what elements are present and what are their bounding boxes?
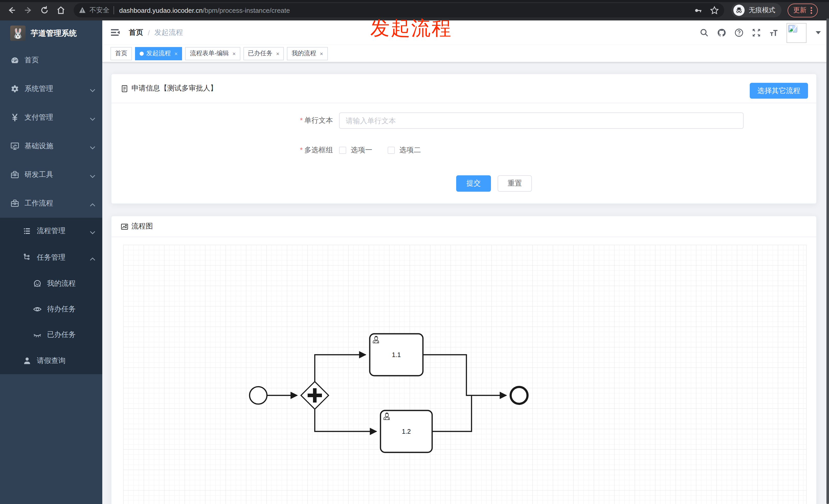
checkbox-option-1[interactable]: 选项二 — [388, 146, 421, 155]
task-label: 1.1 — [392, 351, 401, 358]
sidebar-item-label: 首页 — [25, 56, 39, 65]
chevron-down-icon — [88, 86, 94, 92]
sidebar-item-11[interactable]: 请假查询 — [0, 348, 102, 374]
sidebar-item-5[interactable]: 工作流程 — [0, 189, 102, 218]
browser-menu-icon[interactable] — [810, 7, 812, 13]
checkbox-label: 选项二 — [399, 146, 421, 155]
help-icon[interactable] — [734, 28, 744, 37]
reset-button[interactable]: 重置 — [498, 175, 532, 192]
person-icon — [23, 356, 32, 365]
search-icon[interactable] — [699, 28, 709, 37]
update-label: 更新 — [793, 6, 806, 15]
process-diagram-card: 流程图 1.1 1. — [111, 216, 817, 504]
bookmark-star-icon[interactable] — [710, 6, 719, 15]
home-icon[interactable] — [56, 6, 66, 15]
avatar-caret-icon[interactable] — [816, 31, 821, 34]
apply-info-card: 申请信息【测试多审批人】 选择其它流程 *单行文本 *多选框组 选项一选项二 — [111, 74, 817, 204]
tab-label: 已办任务 — [248, 49, 273, 58]
checkbox[interactable] — [388, 147, 395, 154]
tab-label: 流程表单-编辑 — [190, 49, 229, 58]
user-task[interactable]: 1.2 — [381, 411, 432, 452]
end-event[interactable] — [511, 387, 528, 404]
face-icon — [33, 279, 42, 288]
sidebar-item-label: 已办任务 — [47, 330, 76, 339]
apply-info-card-header: 申请信息【测试多审批人】 选择其它流程 — [111, 74, 816, 103]
sidebar-item-9[interactable]: 待办任务 — [0, 297, 102, 322]
breadcrumb-home[interactable]: 首页 — [129, 28, 143, 37]
sidebar-item-4[interactable]: 研发工具 — [0, 160, 102, 189]
sidebar-item-8[interactable]: 我的流程 — [0, 271, 102, 297]
user-task[interactable]: 1.1 — [370, 334, 423, 376]
checkbox[interactable] — [339, 147, 346, 154]
sidebar-item-label: 待办任务 — [47, 305, 76, 314]
reload-icon[interactable] — [40, 6, 49, 15]
process-diagram-title: 流程图 — [132, 222, 153, 231]
fullscreen-icon[interactable] — [752, 28, 761, 37]
url-host: dashboard.yudao.iocoder.cn — [119, 6, 203, 14]
tab-3[interactable]: 已办任务× — [244, 47, 284, 60]
sidebar-item-7[interactable]: 任务管理 — [0, 244, 102, 271]
bpmn-canvas-wrap: 1.1 1.2 — [111, 237, 816, 504]
avatar[interactable] — [787, 23, 806, 43]
text-field-input[interactable] — [339, 112, 744, 129]
sidebar-item-label: 工作流程 — [25, 199, 53, 208]
divider — [113, 6, 114, 14]
text-field-row: *单行文本 — [111, 112, 816, 129]
start-event[interactable] — [250, 387, 267, 404]
checkbox-label: 选项一 — [351, 146, 372, 155]
page-scrollbar[interactable] — [826, 18, 829, 504]
key-icon[interactable] — [694, 6, 703, 14]
yen-icon — [10, 113, 20, 122]
close-icon[interactable]: × — [276, 50, 280, 56]
sidebar-item-0[interactable]: 首页 — [0, 46, 102, 75]
sidebar-item-1[interactable]: 系统管理 — [0, 75, 102, 103]
sidebar-item-label: 基础设施 — [25, 142, 53, 151]
tab-label: 首页 — [115, 49, 127, 58]
forward-icon[interactable] — [24, 6, 33, 15]
back-icon[interactable] — [7, 6, 16, 15]
toolbox-icon — [10, 170, 20, 180]
checkbox-option-0[interactable]: 选项一 — [339, 146, 372, 155]
close-icon[interactable]: × — [232, 50, 236, 56]
tab-4[interactable]: 我的流程× — [287, 47, 328, 60]
select-other-process-button[interactable]: 选择其它流程 — [750, 83, 808, 99]
sidebar-item-2[interactable]: 支付管理 — [0, 103, 102, 132]
tab-label: 我的流程 — [292, 49, 316, 58]
tab-2[interactable]: 流程表单-编辑× — [185, 47, 240, 60]
tab-0[interactable]: 首页 — [110, 47, 132, 60]
security-label[interactable]: 不安全 — [89, 6, 109, 15]
gear-icon — [10, 84, 20, 93]
sidebar-item-label: 任务管理 — [37, 253, 66, 262]
sidebar-item-3[interactable]: 基础设施 — [0, 132, 102, 160]
logo-image: 🐰 — [10, 26, 26, 41]
github-icon[interactable] — [717, 28, 726, 37]
toolbox-icon — [10, 199, 20, 208]
dashboard-icon — [10, 56, 20, 65]
sidebar-item-6[interactable]: 流程管理 — [0, 218, 102, 244]
address-bar[interactable]: 不安全 dashboard.yudao.iocoder.cn/bpm/proce… — [74, 3, 724, 17]
close-icon[interactable]: × — [174, 50, 178, 56]
sidebar-logo[interactable]: 🐰 芋道管理系统 — [0, 21, 102, 46]
task-label: 1.2 — [402, 428, 411, 435]
update-button[interactable]: 更新 — [788, 3, 818, 17]
checkbox-group: 选项一选项二 — [339, 142, 436, 158]
close-icon[interactable]: × — [320, 50, 323, 56]
apply-info-title: 申请信息【测试多审批人】 — [132, 84, 217, 93]
font-size-icon[interactable] — [769, 28, 779, 37]
required-mark: * — [300, 146, 303, 154]
sidebar-item-label: 请假查询 — [37, 356, 66, 365]
collapse-sidebar-icon[interactable] — [110, 28, 121, 38]
sidebar-item-label: 我的流程 — [47, 279, 76, 288]
bpmn-canvas[interactable]: 1.1 1.2 — [123, 245, 806, 504]
content: 申请信息【测试多审批人】 选择其它流程 *单行文本 *多选框组 选项一选项二 — [102, 62, 829, 504]
tab-1[interactable]: 发起流程× — [135, 47, 182, 60]
tab-label: 发起流程 — [146, 49, 171, 58]
breadcrumb: 首页 / 发起流程 — [129, 28, 183, 37]
warning-icon — [79, 7, 86, 14]
submit-button[interactable]: 提交 — [456, 175, 491, 192]
breadcrumb-current: 发起流程 — [154, 28, 183, 37]
sidebar-item-label: 研发工具 — [25, 170, 53, 180]
sidebar-item-10[interactable]: 已办任务 — [0, 322, 102, 348]
text-field-label: *单行文本 — [243, 116, 339, 125]
chevron-down-icon — [88, 172, 94, 178]
